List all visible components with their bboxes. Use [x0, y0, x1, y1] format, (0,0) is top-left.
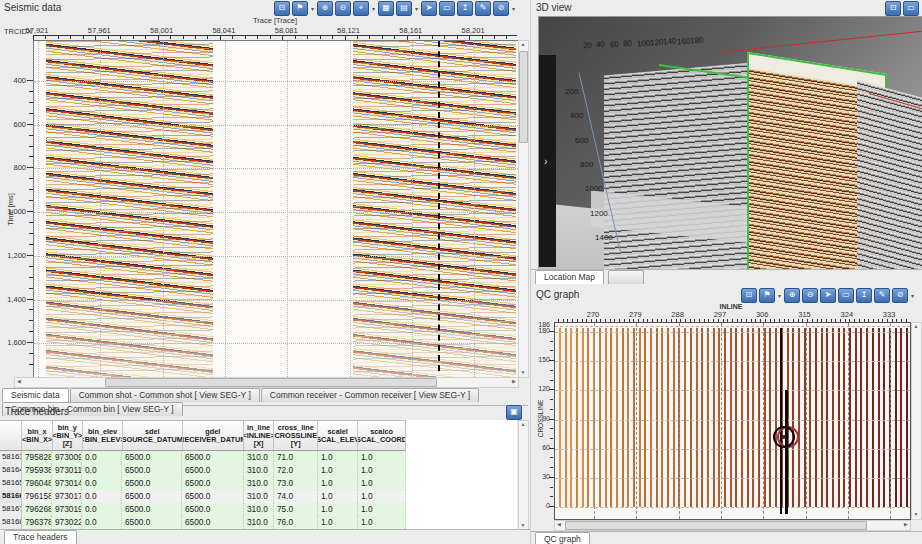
qc-coverage-stripe	[667, 328, 669, 507]
column-header-id[interactable]	[0, 421, 22, 450]
qc-h-scroll-thumb[interactable]	[565, 521, 867, 530]
time-tick	[27, 299, 33, 300]
table-scroll-up-arrow[interactable]: ▲	[519, 421, 527, 429]
qc-coverage-stripe	[582, 328, 584, 507]
row-id-cell: 58164	[0, 464, 22, 477]
camera-icon[interactable]: ⊡	[885, 1, 901, 16]
time-tick-label: 800	[2, 163, 26, 172]
column-header-bin_x[interactable]: bin_x<BIN_X>	[22, 421, 52, 450]
column-header-gdel[interactable]: gdel<RECEIVER_DATUM>	[183, 421, 244, 450]
no-zoom-icon-dropdown[interactable]: ▾	[911, 292, 914, 299]
trace-tick-label: 57,961	[88, 26, 111, 35]
qc-coverage-stripe	[769, 328, 771, 507]
tab-location-map[interactable]: Location Map	[535, 270, 604, 284]
qc-scroll-down-arrow[interactable]: ▼	[912, 511, 920, 519]
table-row[interactable]: 58167796268.0973019.00.06500.06500.0310.…	[0, 503, 406, 517]
qc-scroll-left-arrow[interactable]: ◀	[555, 521, 563, 529]
qc-coverage-stripe	[622, 328, 624, 507]
qc-coverage-stripe	[798, 328, 800, 507]
time-tick	[29, 156, 33, 157]
column-header-bin_y[interactable]: bin_y<BIN_Y>[Z]	[53, 421, 83, 450]
cell: 0.0	[82, 516, 122, 529]
column-header-sdel[interactable]: sdel<SOURCE_DATUM>	[123, 421, 183, 450]
table-row[interactable]: 58166796158.0973017.00.06500.06500.0310.…	[0, 490, 406, 504]
qc-scroll-up-arrow[interactable]: ▲	[912, 323, 920, 331]
note-icon[interactable]: ▭	[903, 1, 919, 16]
axis3d-top-tick: 160	[676, 36, 690, 46]
time-tick	[29, 200, 33, 201]
collapsed-side-panel[interactable]: ›	[539, 55, 556, 267]
table-row[interactable]: 58164795938.0973011.00.06500.06500.0310.…	[0, 464, 406, 478]
qc-y-tick	[550, 380, 553, 381]
qc-graph-plot[interactable]	[554, 322, 911, 520]
column-header-scalel[interactable]: scalel<SCAL_ELEV>	[318, 421, 358, 450]
flag-icon-dropdown[interactable]: ▾	[778, 292, 781, 299]
qc-coverage-stripe	[747, 328, 749, 507]
time-tick	[27, 167, 33, 168]
trace-tick	[58, 36, 59, 39]
selected-inline-bar[interactable]	[780, 328, 782, 514]
qc-y-tick-label: 30	[531, 473, 550, 480]
qc-h-scrollbar[interactable]: ◀ ▶	[554, 520, 911, 531]
table-row[interactable]: 58168796378.0973022.00.06500.06500.0310.…	[0, 516, 406, 529]
column-header-bin_elev[interactable]: bin_elev<BIN_ELEV>	[83, 421, 123, 450]
qc-y-tick	[550, 409, 553, 410]
time-tick	[29, 113, 33, 114]
qc-v-gridline	[848, 323, 849, 519]
h-scroll-thumb[interactable]	[105, 378, 437, 387]
column-header-in_line[interactable]: in_line<INLINE>[X]	[244, 421, 274, 450]
tab-blank-stub[interactable]	[608, 270, 644, 284]
trace-tick	[320, 36, 321, 39]
column-header-cross_line[interactable]: cross_line<CROSSLINE>[Y]	[274, 421, 318, 450]
table-v-scrollbar[interactable]: ▲ ▼	[518, 420, 529, 531]
selected-trace-line[interactable]	[438, 41, 440, 371]
tab-trace-headers[interactable]: Trace headers	[4, 530, 77, 544]
trace-tick-label: 58,161	[399, 26, 422, 35]
cell: 0.0	[82, 490, 122, 503]
tab-seismic-0[interactable]: Seismic data	[2, 388, 69, 402]
view3d-scene[interactable]: › 20406080100120140160180 20040060080010…	[538, 16, 922, 270]
trace-tick	[419, 36, 420, 39]
cell: 1.0	[358, 503, 406, 516]
qc-y-tick	[550, 457, 553, 458]
v-gridline	[287, 41, 288, 377]
v-scroll-thumb[interactable]	[519, 51, 528, 143]
cell: 6500.0	[182, 516, 244, 529]
qc-y-tick	[549, 419, 554, 420]
scroll-left-arrow[interactable]: ◀	[15, 378, 23, 386]
qc-coverage-stripe	[735, 328, 737, 507]
crossline-section-right	[857, 80, 922, 270]
tab-common-2[interactable]: Common receiver - Common receiver [ View…	[261, 388, 479, 402]
cell: 973019.0	[52, 503, 82, 516]
qc-coverage-stripe	[576, 328, 578, 507]
cell: 6500.0	[182, 503, 244, 516]
trace-tick-label: 58,081	[275, 26, 298, 35]
selected-bin-marker[interactable]	[773, 426, 795, 448]
cell: 1.0	[318, 516, 358, 529]
qc-coverage-stripe	[690, 328, 692, 507]
scroll-up-arrow[interactable]: ▲	[519, 41, 527, 49]
seismic-section-view[interactable]	[33, 40, 519, 378]
seismic-h-scrollbar[interactable]: ◀ ▶	[14, 377, 519, 388]
expand-chevron-icon[interactable]: ›	[544, 155, 548, 167]
scroll-right-arrow[interactable]: ▶	[510, 378, 518, 386]
table-row[interactable]: 58165796048.0973014.00.06500.06500.0310.…	[0, 477, 406, 491]
table-settings-icon[interactable]: ▣	[506, 405, 522, 420]
cell: 795938.0	[22, 464, 52, 477]
axis3d-left-tick: 200	[565, 87, 578, 96]
trace-tick	[120, 36, 121, 39]
column-header-scalco[interactable]: scalco<SCAL_COORD>	[358, 421, 406, 450]
table-row[interactable]: 58163795828.0973009.00.06500.06500.0310.…	[0, 451, 406, 465]
view3d-toolbar: ⊡▭	[885, 1, 919, 16]
cell: 6500.0	[122, 477, 182, 490]
qc-v-gridline	[636, 323, 637, 519]
qc-v-scrollbar[interactable]: ▲ ▼	[911, 322, 922, 520]
scroll-down-arrow[interactable]: ▼	[519, 369, 527, 377]
tab-qc-graph[interactable]: QC graph	[535, 532, 590, 544]
qc-h-gridline	[555, 326, 910, 327]
tab-common-1[interactable]: Common shot - Common shot [ View SEG-Y ]	[70, 388, 260, 402]
v-gridline	[412, 41, 413, 377]
cell: 6500.0	[182, 451, 244, 464]
qc-scroll-right-arrow[interactable]: ▶	[902, 521, 910, 529]
seismic-v-scrollbar[interactable]: ▲ ▼	[518, 40, 529, 378]
